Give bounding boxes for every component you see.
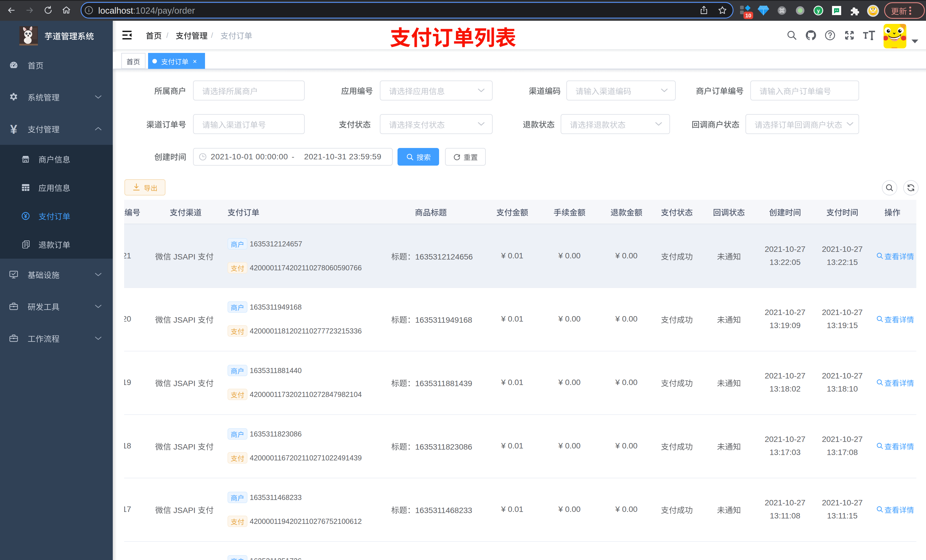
svg-text:JSAPI: JSAPI — [171, 315, 198, 325]
svg-text:1635311881439: 1635311881439 — [415, 379, 472, 388]
svg-text:JSAPI: JSAPI — [171, 252, 198, 261]
svg-text:1635311823086: 1635311823086 — [415, 442, 472, 451]
svg-text:1635311949168: 1635311949168 — [415, 315, 472, 325]
svg-text:JSAPI: JSAPI — [171, 379, 198, 388]
svg-text:10: 10 — [745, 12, 751, 18]
svg-text:JSAPI: JSAPI — [171, 506, 198, 515]
svg-text:1635312124656: 1635312124656 — [415, 252, 473, 261]
svg-text:JSAPI: JSAPI — [171, 442, 198, 451]
svg-text:y: y — [817, 8, 820, 14]
svg-text:1635311468233: 1635311468233 — [415, 506, 472, 515]
